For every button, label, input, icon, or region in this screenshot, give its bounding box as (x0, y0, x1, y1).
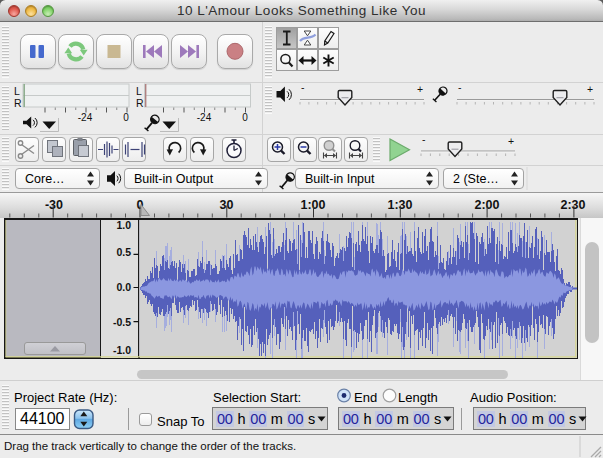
svg-text:0: 0 (242, 112, 248, 123)
svg-text:R: R (14, 97, 22, 109)
svg-text:+: + (508, 135, 514, 147)
svg-text:+: + (417, 83, 423, 95)
svg-text:-24: -24 (197, 112, 212, 123)
svg-text:R: R (136, 97, 144, 109)
svg-text:0: 0 (123, 112, 129, 123)
svg-text:+: + (587, 83, 593, 95)
svg-text:L: L (14, 85, 20, 97)
svg-text:-24: -24 (78, 112, 93, 123)
svg-text:L: L (136, 85, 142, 97)
